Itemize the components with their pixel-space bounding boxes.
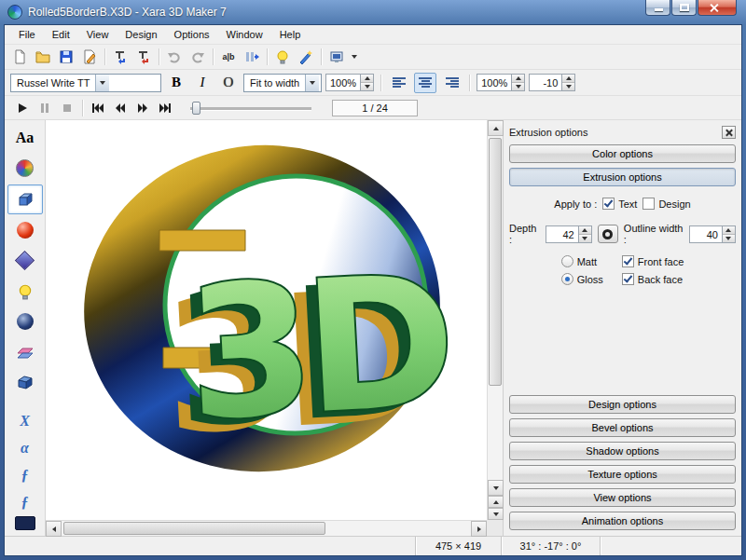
last-frame-button[interactable] [155,99,175,117]
effects-button[interactable] [295,47,317,67]
play-button[interactable] [12,99,33,117]
align-left-button[interactable] [388,73,410,93]
color-tool-button[interactable] [7,154,43,184]
vertical-scrollbar[interactable] [487,120,503,520]
anim-style-f1-button[interactable]: ƒ [7,462,43,488]
save-button[interactable] [55,47,77,67]
document-canvas[interactable]: 3D 3D 3D [46,120,487,520]
shadow-tool-button[interactable] [7,246,43,276]
titlebar[interactable]: Rolled5BorderB.X3D - Xara 3D Maker 7 [4,0,742,24]
texture-tool-button[interactable] [7,337,43,367]
menu-help[interactable]: Help [271,26,310,44]
tracking-stepper[interactable]: -10 [529,74,575,91]
stepper-down-button[interactable] [361,82,373,90]
menu-view[interactable]: View [78,26,117,44]
close-button[interactable] [698,0,737,16]
anim-style-f2-button[interactable]: ƒ [7,489,43,515]
paste-style-button[interactable] [132,47,155,67]
prev-frame-button[interactable] [110,99,131,117]
line-spacing-stepper[interactable]: 100% [477,74,525,91]
apply-design-checkbox[interactable]: Design [642,198,690,210]
zoom-up-button[interactable] [488,496,504,508]
light-tool-button[interactable] [7,277,43,307]
stepper-up-button[interactable] [723,226,735,234]
new-button[interactable] [8,47,31,67]
vertical-scroll-track[interactable] [488,136,503,480]
stop-button[interactable] [57,99,77,117]
menu-file[interactable]: File [10,26,44,44]
matt-radio[interactable]: Matt [561,255,603,267]
font-dropdown-button[interactable] [95,75,109,91]
copy-style-button[interactable] [109,47,131,67]
maximize-button[interactable] [671,0,697,16]
anim-style-alpha-button[interactable]: α [7,435,43,461]
zoom-down-button[interactable] [488,508,504,520]
stepper-down-button[interactable] [512,82,524,90]
scroll-up-button[interactable] [488,120,504,136]
animation-options-button[interactable]: Animation options [509,512,736,530]
sphere-tool-button[interactable] [7,307,43,337]
undo-button[interactable] [163,47,186,67]
menu-edit[interactable]: Edit [44,26,78,44]
export-button[interactable] [78,47,101,67]
texture-options-button[interactable]: Texture options [509,465,736,484]
bevel-tool-button[interactable] [7,215,43,245]
design-options-button[interactable]: Design options [509,395,736,414]
scroll-right-button[interactable] [471,521,487,537]
lighting-button[interactable] [271,47,294,67]
gloss-radio[interactable]: Gloss [561,273,603,285]
scroll-down-button[interactable] [488,480,504,496]
stepper-down-button[interactable] [579,234,591,242]
fit-mode-select[interactable]: Fit to width [243,74,322,92]
stepper-down-button[interactable] [562,82,574,90]
color-swatch-button[interactable] [15,516,35,530]
redo-button[interactable] [186,47,209,67]
slider-thumb[interactable] [192,102,200,115]
shadow-options-button[interactable]: Shadow options [509,442,736,460]
rename-button[interactable]: a|b [217,47,240,67]
text-flow-button[interactable] [241,47,263,67]
minimize-button[interactable] [645,0,670,16]
front-face-checkbox[interactable]: Front face [622,255,684,267]
apply-text-checkbox[interactable]: Text [602,198,637,210]
scroll-left-button[interactable] [46,521,62,537]
back-face-checkbox[interactable]: Back face [622,273,684,285]
bevel-options-button[interactable]: Bevel options [509,418,736,437]
font-size-stepper[interactable]: 100% [325,74,374,91]
next-frame-button[interactable] [132,99,153,117]
horizontal-scroll-thumb[interactable] [63,522,325,535]
italic-button[interactable]: I [191,73,214,93]
anim-style-x-button[interactable]: X [7,408,43,434]
panel-close-button[interactable] [722,126,736,139]
stepper-up-button[interactable] [562,75,574,82]
outline-width-stepper[interactable]: 40 [689,225,736,243]
display-button[interactable] [325,47,348,67]
outline-ring-button[interactable] [598,225,618,243]
frame-slider[interactable] [190,100,311,116]
font-select[interactable]: Russel Write TT [10,74,161,92]
stepper-up-button[interactable] [579,226,591,234]
extrusion-options-button[interactable]: Extrusion options [509,168,736,186]
extrusion-tool-button[interactable] [7,184,43,214]
horizontal-scroll-track[interactable] [62,521,471,536]
align-center-button[interactable] [414,73,436,93]
stepper-down-button[interactable] [723,234,735,242]
stepper-up-button[interactable] [512,75,524,82]
pause-button[interactable] [35,99,55,117]
open-button[interactable] [32,47,54,67]
menu-design[interactable]: Design [117,26,165,44]
align-right-button[interactable] [440,73,463,93]
vertical-scroll-thumb[interactable] [489,138,502,386]
text-tool-button[interactable]: Aa [7,123,43,153]
color-options-button[interactable]: Color options [509,144,736,163]
outline-button[interactable]: O [217,73,240,93]
menu-window[interactable]: Window [218,26,271,44]
menu-options[interactable]: Options [166,26,218,44]
view-options-button[interactable]: View options [509,488,736,507]
first-frame-button[interactable] [88,99,108,117]
bold-button[interactable]: B [165,73,187,93]
display-menu-button[interactable] [349,47,360,67]
fit-dropdown-button[interactable] [305,75,319,91]
view-tool-button[interactable] [7,368,43,398]
horizontal-scrollbar[interactable] [46,520,487,536]
